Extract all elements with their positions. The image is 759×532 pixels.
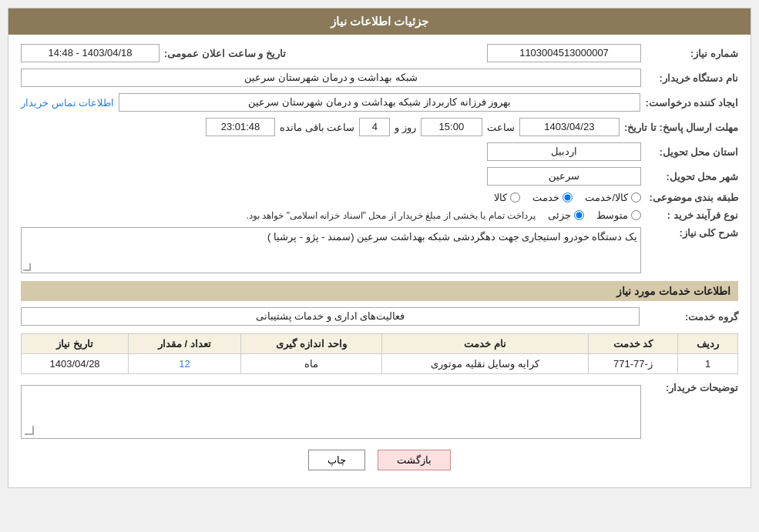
category-label: طبقه بندی موضوعی: — [646, 192, 738, 203]
back-button[interactable]: بازگشت — [378, 450, 451, 470]
creator-label: ایجاد کننده درخواست: — [645, 97, 738, 109]
buyer-desc-box — [21, 385, 641, 439]
province-value: اردبیل — [487, 142, 641, 161]
page-wrapper: جزئیات اطلاعات نیاز شماره نیاز: 11030045… — [0, 0, 759, 532]
card-header: جزئیات اطلاعات نیاز — [8, 8, 751, 35]
city-label: شهر محل تحویل: — [646, 171, 738, 182]
category-kala-khedmat-radio[interactable] — [631, 192, 641, 202]
category-kala-khedmat-item: کالا/خدمت — [585, 192, 641, 203]
category-row: طبقه بندی موضوعی: کالا/خدمت خدمت کالا — [21, 192, 738, 203]
services-section-title: اطلاعات خدمات مورد نیاز — [21, 281, 738, 301]
province-label: استان محل تحویل: — [646, 146, 738, 158]
cell-date: 1403/04/28 — [22, 354, 129, 374]
page-title: جزئیات اطلاعات نیاز — [331, 15, 428, 28]
need-number-label: شماره نیاز: — [646, 48, 738, 59]
purchase-note: پرداخت تمام یا بخشی از مبلغ خریدار از مح… — [247, 210, 536, 221]
service-group-label: گروه خدمت: — [646, 311, 738, 323]
services-table: ردیف کد خدمت نام خدمت واحد اندازه گیری ت… — [21, 333, 738, 374]
buyer-desc-label: توضیحات خریدار: — [646, 382, 738, 393]
buyer-value: شبکه بهداشت و درمان شهرستان سرعین — [21, 69, 641, 87]
summary-value: یک دستگاه خودرو استیجاری جهت دهگردشی شبک… — [267, 231, 637, 243]
need-number-row: شماره نیاز: 1103004513000007 تاریخ و ساع… — [21, 44, 738, 62]
cell-unit: ماه — [240, 354, 381, 374]
deadline-days: 4 — [359, 118, 390, 136]
category-khedmat-label: خدمت — [532, 192, 559, 203]
purchase-type-label: نوع فرآیند خرید : — [646, 209, 738, 221]
card-body: شماره نیاز: 1103004513000007 تاریخ و ساع… — [8, 35, 751, 487]
table-row: 1 ز-77-771 کرایه وسایل نقلیه موتوری ماه … — [22, 354, 738, 374]
deadline-label: مهلت ارسال پاسخ: تا تاریخ: — [624, 122, 738, 133]
category-radio-group: کالا/خدمت خدمت کالا — [494, 192, 641, 203]
purchase-motavaset-radio[interactable] — [631, 210, 641, 220]
button-row: بازگشت چاپ — [21, 450, 738, 478]
cell-name: کرایه وسایل نقلیه موتوری — [382, 354, 589, 374]
province-row: استان محل تحویل: اردبیل — [21, 142, 738, 161]
announce-label: تاریخ و ساعت اعلان عمومی: — [164, 48, 286, 59]
contact-link[interactable]: اطلاعات تماس خریدار — [21, 97, 114, 109]
category-kala-label: کالا — [494, 192, 507, 203]
purchase-jozvi-label: جزئی — [548, 209, 571, 221]
category-kala-item: کالا — [494, 192, 520, 203]
category-khedmat-radio[interactable] — [563, 192, 573, 202]
services-table-section: ردیف کد خدمت نام خدمت واحد اندازه گیری ت… — [21, 333, 738, 374]
buyer-row: نام دستگاه خریدار: شبکه بهداشت و درمان ش… — [21, 69, 738, 87]
col-date: تاریخ نیاز — [22, 334, 129, 354]
creator-value: بهروز فرزانه کاربرداز شبکه بهداشت و درما… — [119, 93, 640, 112]
category-kala-radio[interactable] — [510, 192, 520, 202]
cell-row: 1 — [678, 354, 738, 374]
purchase-jozvi-item: جزئی — [548, 209, 584, 221]
buyer-desc-row: توضیحات خریدار: — [21, 382, 738, 439]
deadline-remaining: 23:01:48 — [206, 118, 275, 136]
deadline-date: 1403/04/23 — [519, 118, 620, 136]
cell-qty: 12 — [129, 354, 241, 374]
need-number-value: 1103004513000007 — [487, 44, 641, 62]
summary-row: شرح کلی نیاز: یک دستگاه خودرو استیجاری ج… — [21, 227, 738, 273]
creator-row: ایجاد کننده درخواست: بهروز فرزانه کاربرد… — [21, 93, 738, 112]
purchase-motavaset-label: متوسط — [596, 209, 628, 221]
purchase-jozvi-radio[interactable] — [574, 210, 584, 220]
col-code: کد خدمت — [588, 334, 677, 354]
col-unit: واحد اندازه گیری — [240, 334, 381, 354]
announce-value: 1403/04/18 - 14:48 — [21, 44, 160, 62]
main-card: جزئیات اطلاعات نیاز شماره نیاز: 11030045… — [8, 8, 751, 488]
col-qty: تعداد / مقدار — [129, 334, 241, 354]
city-row: شهر محل تحویل: سرعین — [21, 167, 738, 186]
category-kala-khedmat-label: کالا/خدمت — [585, 192, 628, 203]
summary-label: شرح کلی نیاز: — [646, 227, 738, 239]
purchase-type-row: نوع فرآیند خرید : متوسط جزئی پرداخت تمام… — [21, 209, 738, 221]
deadline-time: 15:00 — [421, 118, 482, 136]
cell-code: ز-77-771 — [588, 354, 677, 374]
deadline-row: مهلت ارسال پاسخ: تا تاریخ: 1403/04/23 سا… — [21, 118, 738, 136]
deadline-time-label: ساعت — [487, 122, 515, 133]
deadline-days-label: روز و — [395, 122, 416, 133]
buyer-label: نام دستگاه خریدار: — [646, 72, 738, 84]
purchase-motavaset-item: متوسط — [596, 209, 641, 221]
service-group-value: فعالیت‌های اداری و خدمات پشتیبانی — [21, 307, 640, 326]
deadline-remaining-label: ساعت باقی مانده — [280, 122, 354, 133]
service-group-row: گروه خدمت: فعالیت‌های اداری و خدمات پشتی… — [21, 307, 738, 326]
category-khedmat-item: خدمت — [532, 192, 573, 203]
col-row: ردیف — [678, 334, 738, 354]
summary-box: یک دستگاه خودرو استیجاری جهت دهگردشی شبک… — [21, 227, 641, 273]
col-name: نام خدمت — [382, 334, 589, 354]
summary-resize-handle[interactable] — [23, 263, 31, 271]
purchase-type-radio-group: متوسط جزئی — [548, 209, 641, 221]
print-button[interactable]: چاپ — [308, 450, 365, 470]
city-value: سرعین — [487, 167, 641, 186]
table-header-row: ردیف کد خدمت نام خدمت واحد اندازه گیری ت… — [22, 334, 738, 354]
